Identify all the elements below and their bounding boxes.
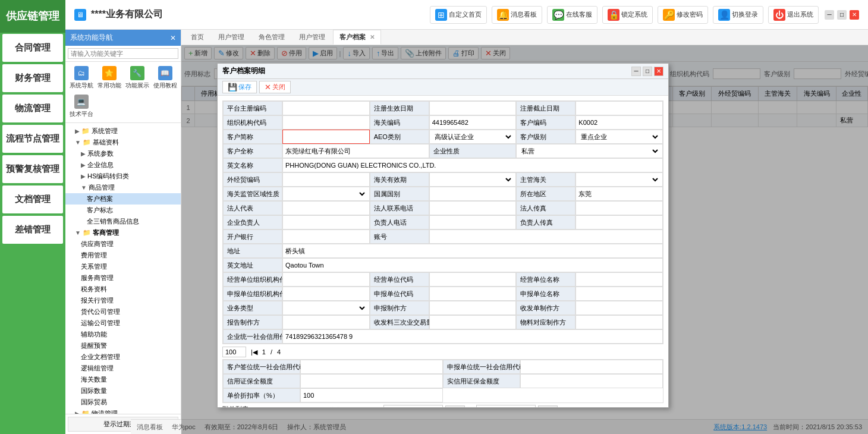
social-code-input[interactable] xyxy=(285,333,660,340)
nav-close-icon[interactable]: ✕ xyxy=(170,34,176,42)
tab-role-mgmt[interactable]: 角色管理 xyxy=(252,30,291,45)
discount-input[interactable] xyxy=(303,392,440,399)
domestic-input[interactable] xyxy=(432,190,514,197)
tree-system-mgmt[interactable]: ▶📁系统管理 xyxy=(65,125,181,137)
tree-relation[interactable]: 关系管理 xyxy=(65,261,181,272)
switch-login-button[interactable]: 👤 切换登录 xyxy=(713,6,763,24)
modal-close-button[interactable]: ✕ xyxy=(654,67,663,76)
actual-credit-input[interactable] xyxy=(523,378,660,385)
eng-address-input[interactable] xyxy=(285,262,660,269)
sidebar-item-docs[interactable]: 文档管理 xyxy=(2,185,63,213)
full-name-input[interactable] xyxy=(285,147,426,155)
nav-icon-feature[interactable]: 🔧 功能展示 xyxy=(124,64,150,92)
bank-input[interactable] xyxy=(285,233,367,240)
register-date-input[interactable] xyxy=(432,105,514,112)
nav-icon-common[interactable]: ⭐ 常用功能 xyxy=(96,64,122,92)
main-customs-select[interactable] xyxy=(578,175,660,184)
legal-rep-input[interactable] xyxy=(285,205,367,212)
tree-hs-code[interactable]: ▶HS编码转归类 xyxy=(65,171,181,182)
change-password-button[interactable]: 🔑 修改密码 xyxy=(658,6,708,24)
tree-sales-info[interactable]: 全三销售商品信息 xyxy=(65,216,181,227)
tree-customer-archive[interactable]: 客户档案 xyxy=(65,193,181,205)
tree-service[interactable]: 服务商管理 xyxy=(65,272,181,284)
sidebar-item-workflow[interactable]: 流程节点管理 xyxy=(2,125,63,153)
report-method-input[interactable] xyxy=(432,304,514,312)
report-unit-input[interactable] xyxy=(285,290,367,297)
tree-product-mgmt[interactable]: ▼商品管理 xyxy=(65,182,181,193)
tree-expense[interactable]: 费用管理 xyxy=(65,250,181,261)
report-code-input[interactable] xyxy=(432,290,514,297)
logout-button[interactable]: ⏻ 退出系统 xyxy=(768,6,819,24)
tab-home[interactable]: 首页 xyxy=(184,30,210,45)
date-start-input[interactable] xyxy=(383,405,443,408)
org-code-input[interactable] xyxy=(285,119,367,126)
econ-code-input[interactable] xyxy=(432,276,514,283)
modal-minimize-button[interactable]: ─ xyxy=(631,67,641,76)
head-phone-input[interactable] xyxy=(432,219,514,226)
econ-name-input[interactable] xyxy=(578,276,660,283)
platform-code-input[interactable] xyxy=(285,105,367,112)
modal-save-button[interactable]: 💾 保存 xyxy=(222,81,257,93)
credit-amount-input[interactable] xyxy=(303,378,440,385)
tree-customer-flag[interactable]: 客户标志 xyxy=(65,205,181,216)
tree-supplier[interactable]: 供应商管理 xyxy=(65,238,181,250)
report-method2-input[interactable] xyxy=(578,304,660,312)
date-start-select[interactable]: ▼ xyxy=(445,405,465,408)
level-select[interactable]: 重点企业 xyxy=(578,133,660,141)
tree-tax[interactable]: 税务资料 xyxy=(65,284,181,295)
sidebar-item-errors[interactable]: 差错管理 xyxy=(2,216,63,244)
tab-close-icon[interactable]: ✕ xyxy=(370,34,375,40)
register-end-input[interactable] xyxy=(578,105,660,112)
sidebar-item-warning[interactable]: 预警复核管理 xyxy=(2,155,63,183)
region-input[interactable] xyxy=(578,190,660,197)
tree-vendor-mgmt[interactable]: ▼📁客商管理 xyxy=(65,227,181,238)
tree-assist[interactable]: 辅助功能 xyxy=(65,329,181,340)
report-unit2-input[interactable] xyxy=(523,363,660,370)
tab-customer-archive[interactable]: 客户档案 ✕ xyxy=(333,30,381,45)
customs-zone-select[interactable] xyxy=(285,190,367,198)
tree-doc-mgmt[interactable]: 企业文档管理 xyxy=(65,351,181,363)
material2-input[interactable] xyxy=(578,319,660,326)
tree-intl-qty[interactable]: 国际数量 xyxy=(65,385,181,397)
nav-icon-system[interactable]: 🗂 系统导航 xyxy=(68,64,95,92)
sidebar-item-finance[interactable]: 财务管理 xyxy=(2,64,63,92)
nav-icon-tech[interactable]: 💻 技术平台 xyxy=(68,93,95,120)
tree-logic-group[interactable]: 逻辑组管理 xyxy=(65,363,181,374)
customer-unit-input[interactable] xyxy=(303,363,440,370)
short-name-input[interactable] xyxy=(285,133,367,140)
report-party-input[interactable] xyxy=(285,319,367,326)
date-end-select[interactable]: ▼ xyxy=(538,405,558,408)
eng-name-input[interactable] xyxy=(285,162,660,169)
enterprise-type-select[interactable]: 私营 xyxy=(519,147,660,155)
tree-enterprise-info[interactable]: ▶企业信息 xyxy=(65,159,181,171)
lock-system-button[interactable]: 🔒 锁定系统 xyxy=(602,6,653,24)
address-input[interactable] xyxy=(285,247,660,254)
aeo-select[interactable]: 高级认证企业 xyxy=(432,133,514,141)
tree-reminder[interactable]: 提醒预警 xyxy=(65,340,181,351)
modal-close-toolbar-button[interactable]: ✕ 关闭 xyxy=(259,81,291,93)
tree-customs-qty[interactable]: 海关数量 xyxy=(65,374,181,385)
company-head-input[interactable] xyxy=(285,219,367,226)
message-board-button[interactable]: 🔔 消息看板 xyxy=(492,6,542,24)
nav-search-input[interactable] xyxy=(68,48,178,59)
tab-user-mgmt2[interactable]: 用户管理 xyxy=(293,30,332,45)
material-input[interactable] xyxy=(432,319,514,326)
window-close-button[interactable]: ✕ xyxy=(850,10,859,20)
report-name-input[interactable] xyxy=(578,290,660,297)
sidebar-item-logistics[interactable]: 物流管理 xyxy=(2,95,63,122)
tree-transport[interactable]: 运输公司管理 xyxy=(65,317,181,329)
legal-fax-input[interactable] xyxy=(578,205,660,212)
tree-sys-params[interactable]: ▶系统参数 xyxy=(65,148,181,159)
tree-freight[interactable]: 货代公司管理 xyxy=(65,306,181,317)
modal-maximize-button[interactable]: □ xyxy=(643,67,652,76)
online-service-button[interactable]: 💬 在线客服 xyxy=(547,6,597,24)
date-end-input[interactable] xyxy=(476,405,536,408)
tree-logistics[interactable]: ▶📁物流管理 xyxy=(65,408,181,414)
tree-basic-data[interactable]: ▼📁基础资料 xyxy=(65,137,181,148)
account-input[interactable] xyxy=(432,233,660,240)
minimize-button[interactable]: ─ xyxy=(825,10,834,20)
customer-code-input[interactable] xyxy=(578,119,660,126)
nav-icon-tutorial[interactable]: 📖 使用教程 xyxy=(152,64,178,92)
tab-user-mgmt[interactable]: 用户管理 xyxy=(212,30,251,45)
legal-contact-input[interactable] xyxy=(432,205,514,212)
